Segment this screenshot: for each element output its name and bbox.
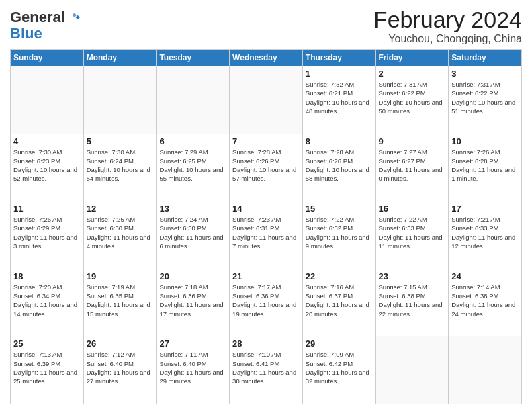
day-number: 11 <box>13 203 81 214</box>
day-cell-24: 24Sunrise: 7:14 AM Sunset: 6:38 PM Dayli… <box>449 269 522 336</box>
day-info: Sunrise: 7:24 AM Sunset: 6:30 PM Dayligh… <box>159 215 226 250</box>
day-number: 17 <box>451 203 519 214</box>
day-number: 3 <box>451 68 519 79</box>
day-cell-empty <box>83 66 157 134</box>
day-info: Sunrise: 7:20 AM Sunset: 6:34 PM Dayligh… <box>13 283 81 318</box>
weekday-header-tuesday: Tuesday <box>157 50 230 66</box>
day-info: Sunrise: 7:22 AM Sunset: 6:32 PM Dayligh… <box>306 215 373 250</box>
day-number: 25 <box>13 338 81 349</box>
day-info: Sunrise: 7:26 AM Sunset: 6:28 PM Dayligh… <box>451 148 519 183</box>
day-cell-12: 12Sunrise: 7:25 AM Sunset: 6:30 PM Dayli… <box>83 201 157 269</box>
weekday-header-friday: Friday <box>375 50 449 66</box>
day-info: Sunrise: 7:12 AM Sunset: 6:40 PM Dayligh… <box>87 350 154 385</box>
day-cell-29: 29Sunrise: 7:09 AM Sunset: 6:42 PM Dayli… <box>302 336 375 404</box>
calendar-title: February 2024 <box>373 7 522 33</box>
day-cell-empty <box>375 336 449 404</box>
day-number: 19 <box>87 271 154 281</box>
day-number: 8 <box>306 136 373 146</box>
day-cell-10: 10Sunrise: 7:26 AM Sunset: 6:28 PM Dayli… <box>449 134 522 201</box>
day-info: Sunrise: 7:18 AM Sunset: 6:36 PM Dayligh… <box>159 283 226 318</box>
calendar-table: SundayMondayTuesdayWednesdayThursdayFrid… <box>10 49 522 404</box>
day-cell-15: 15Sunrise: 7:22 AM Sunset: 6:32 PM Dayli… <box>302 201 375 269</box>
day-cell-14: 14Sunrise: 7:23 AM Sunset: 6:31 PM Dayli… <box>230 201 303 269</box>
week-row-3: 11Sunrise: 7:26 AM Sunset: 6:29 PM Dayli… <box>11 201 522 269</box>
day-number: 20 <box>159 271 226 281</box>
day-cell-5: 5Sunrise: 7:30 AM Sunset: 6:24 PM Daylig… <box>83 134 157 201</box>
page: General Blue February 2024 Youchou, Chon… <box>0 0 532 411</box>
day-cell-25: 25Sunrise: 7:13 AM Sunset: 6:39 PM Dayli… <box>11 336 84 404</box>
weekday-header-row: SundayMondayTuesdayWednesdayThursdayFrid… <box>11 50 522 66</box>
day-info: Sunrise: 7:14 AM Sunset: 6:38 PM Dayligh… <box>451 283 519 318</box>
day-cell-11: 11Sunrise: 7:26 AM Sunset: 6:29 PM Dayli… <box>11 201 84 269</box>
logo-blue-text: Blue <box>10 26 80 42</box>
day-number: 14 <box>232 203 300 214</box>
day-info: Sunrise: 7:11 AM Sunset: 6:40 PM Dayligh… <box>159 350 226 385</box>
calendar-subtitle: Youchou, Chongqing, China <box>373 33 522 45</box>
logo: General Blue <box>10 9 80 42</box>
day-number: 26 <box>87 338 154 349</box>
day-number: 29 <box>306 338 373 349</box>
day-info: Sunrise: 7:13 AM Sunset: 6:39 PM Dayligh… <box>13 350 81 385</box>
day-cell-empty <box>230 66 303 134</box>
day-number: 13 <box>159 203 226 214</box>
day-cell-19: 19Sunrise: 7:19 AM Sunset: 6:35 PM Dayli… <box>83 269 157 336</box>
weekday-header-thursday: Thursday <box>302 50 375 66</box>
header: General Blue February 2024 Youchou, Chon… <box>10 7 522 45</box>
week-row-1: 1Sunrise: 7:32 AM Sunset: 6:21 PM Daylig… <box>11 66 522 134</box>
day-number: 21 <box>232 271 300 281</box>
day-cell-26: 26Sunrise: 7:12 AM Sunset: 6:40 PM Dayli… <box>83 336 157 404</box>
day-number: 16 <box>379 203 446 214</box>
day-number: 22 <box>306 271 373 281</box>
logo-general-text: General <box>10 9 65 26</box>
day-number: 18 <box>13 271 81 281</box>
day-info: Sunrise: 7:10 AM Sunset: 6:41 PM Dayligh… <box>232 350 300 385</box>
day-info: Sunrise: 7:19 AM Sunset: 6:35 PM Dayligh… <box>87 283 154 318</box>
day-cell-3: 3Sunrise: 7:31 AM Sunset: 6:22 PM Daylig… <box>449 66 522 134</box>
day-cell-18: 18Sunrise: 7:20 AM Sunset: 6:34 PM Dayli… <box>11 269 84 336</box>
day-info: Sunrise: 7:27 AM Sunset: 6:27 PM Dayligh… <box>379 148 446 183</box>
day-info: Sunrise: 7:09 AM Sunset: 6:42 PM Dayligh… <box>306 350 373 385</box>
day-info: Sunrise: 7:16 AM Sunset: 6:37 PM Dayligh… <box>306 283 373 318</box>
day-cell-17: 17Sunrise: 7:21 AM Sunset: 6:33 PM Dayli… <box>449 201 522 269</box>
week-row-4: 18Sunrise: 7:20 AM Sunset: 6:34 PM Dayli… <box>11 269 522 336</box>
day-cell-20: 20Sunrise: 7:18 AM Sunset: 6:36 PM Dayli… <box>157 269 230 336</box>
day-number: 2 <box>379 68 446 79</box>
day-number: 7 <box>232 136 300 146</box>
logo-icon <box>66 11 80 24</box>
day-info: Sunrise: 7:15 AM Sunset: 6:38 PM Dayligh… <box>379 283 446 318</box>
day-cell-13: 13Sunrise: 7:24 AM Sunset: 6:30 PM Dayli… <box>157 201 230 269</box>
day-info: Sunrise: 7:21 AM Sunset: 6:33 PM Dayligh… <box>451 215 519 250</box>
day-cell-empty <box>11 66 84 134</box>
weekday-header-monday: Monday <box>83 50 157 66</box>
day-cell-8: 8Sunrise: 7:28 AM Sunset: 6:26 PM Daylig… <box>302 134 375 201</box>
day-cell-22: 22Sunrise: 7:16 AM Sunset: 6:37 PM Dayli… <box>302 269 375 336</box>
week-row-5: 25Sunrise: 7:13 AM Sunset: 6:39 PM Dayli… <box>11 336 522 404</box>
day-cell-1: 1Sunrise: 7:32 AM Sunset: 6:21 PM Daylig… <box>302 66 375 134</box>
day-number: 24 <box>451 271 519 281</box>
day-cell-empty <box>157 66 230 134</box>
day-number: 28 <box>232 338 300 349</box>
day-cell-23: 23Sunrise: 7:15 AM Sunset: 6:38 PM Dayli… <box>375 269 449 336</box>
day-cell-6: 6Sunrise: 7:29 AM Sunset: 6:25 PM Daylig… <box>157 134 230 201</box>
day-info: Sunrise: 7:29 AM Sunset: 6:25 PM Dayligh… <box>159 148 226 183</box>
day-info: Sunrise: 7:22 AM Sunset: 6:33 PM Dayligh… <box>379 215 446 250</box>
day-info: Sunrise: 7:30 AM Sunset: 6:24 PM Dayligh… <box>87 148 154 183</box>
day-number: 5 <box>87 136 154 146</box>
weekday-header-wednesday: Wednesday <box>230 50 303 66</box>
day-info: Sunrise: 7:25 AM Sunset: 6:30 PM Dayligh… <box>87 215 154 250</box>
day-info: Sunrise: 7:31 AM Sunset: 6:22 PM Dayligh… <box>379 80 446 116</box>
day-number: 27 <box>159 338 226 349</box>
day-cell-16: 16Sunrise: 7:22 AM Sunset: 6:33 PM Dayli… <box>375 201 449 269</box>
day-number: 10 <box>451 136 519 146</box>
weekday-header-saturday: Saturday <box>449 50 522 66</box>
day-cell-28: 28Sunrise: 7:10 AM Sunset: 6:41 PM Dayli… <box>230 336 303 404</box>
day-cell-2: 2Sunrise: 7:31 AM Sunset: 6:22 PM Daylig… <box>375 66 449 134</box>
day-info: Sunrise: 7:17 AM Sunset: 6:36 PM Dayligh… <box>232 283 300 318</box>
day-number: 4 <box>13 136 81 146</box>
day-number: 9 <box>379 136 446 146</box>
day-info: Sunrise: 7:28 AM Sunset: 6:26 PM Dayligh… <box>306 148 373 183</box>
day-cell-27: 27Sunrise: 7:11 AM Sunset: 6:40 PM Dayli… <box>157 336 230 404</box>
day-cell-9: 9Sunrise: 7:27 AM Sunset: 6:27 PM Daylig… <box>375 134 449 201</box>
day-info: Sunrise: 7:32 AM Sunset: 6:21 PM Dayligh… <box>306 80 373 116</box>
day-number: 23 <box>379 271 446 281</box>
